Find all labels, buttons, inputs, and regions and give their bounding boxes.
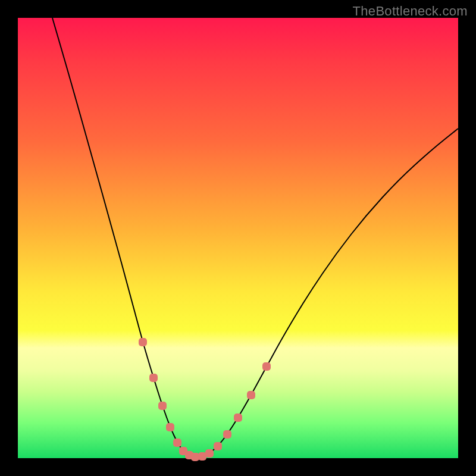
highlight-marker [198,452,206,461]
highlight-marker [223,430,231,439]
plot-area [18,18,458,458]
chart-frame: TheBottleneck.com [0,0,476,476]
bottleneck-curve-path [52,18,458,457]
highlight-marker [214,442,222,450]
highlight-marker [149,374,158,382]
highlight-markers-group [139,338,271,461]
curve-svg [18,18,458,458]
highlight-marker [139,338,147,346]
highlight-marker [247,391,255,399]
watermark-text: TheBottleneck.com [353,4,468,19]
bottleneck-curve [52,18,458,457]
highlight-marker [234,414,242,422]
highlight-marker [262,362,271,371]
highlight-marker [173,439,181,447]
highlight-marker [205,449,214,458]
highlight-marker [191,453,199,461]
highlight-marker [166,423,174,431]
highlight-marker [158,402,167,410]
